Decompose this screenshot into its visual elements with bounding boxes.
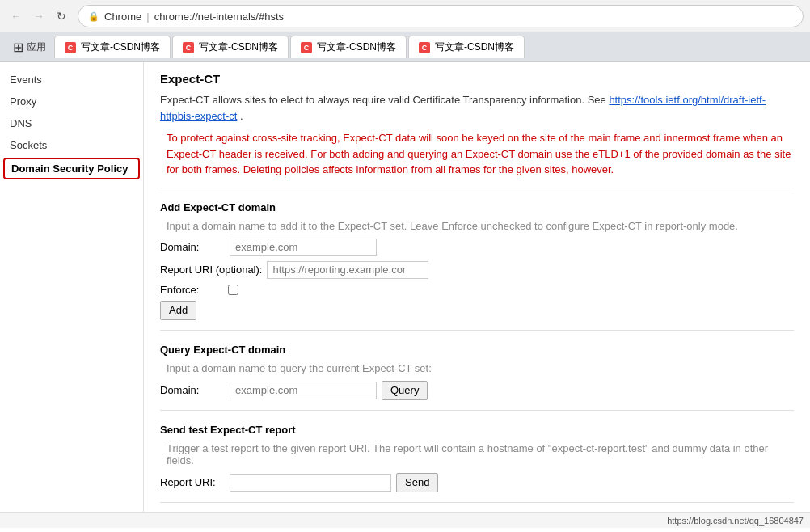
refresh-button[interactable]: ↻: [52, 6, 71, 26]
sidebar-item-events[interactable]: Events: [0, 69, 143, 91]
tab-4[interactable]: C 写文章-CSDN博客: [408, 36, 525, 58]
sidebar-item-dns[interactable]: DNS: [0, 112, 143, 134]
add-button[interactable]: Add: [160, 301, 196, 320]
send-button[interactable]: Send: [396, 473, 438, 492]
send-test-section: Send test Expect-CT report Trigger a tes…: [160, 424, 794, 492]
divider-3: [160, 410, 794, 411]
main-description: Expect-CT allows sites to elect to alway…: [160, 92, 794, 124]
tab-2-label: 写文章-CSDN博客: [199, 40, 278, 54]
browser-toolbar: ← → ↻ 🔒 Chrome | chrome://net-internals/…: [0, 0, 810, 32]
url-text: chrome://net-internals/#hsts: [154, 11, 284, 23]
tabs-bar: ⊞ 应用 C 写文章-CSDN博客 C 写文章-CSDN博客 C 写文章-CSD…: [0, 32, 810, 61]
tab-3-icon: C: [301, 42, 312, 53]
status-bar: https://blog.csdn.net/qq_16804847: [0, 512, 810, 528]
add-button-row: Add: [160, 301, 794, 320]
add-domain-row: Domain:: [160, 239, 794, 256]
apps-button[interactable]: ⊞ 应用: [6, 40, 53, 55]
divider-1: [160, 188, 794, 188]
add-report-uri-input[interactable]: [267, 261, 428, 279]
send-report-uri-label: Report URI:: [160, 476, 225, 488]
back-button[interactable]: ←: [6, 6, 26, 26]
main-section-title: Expect-CT: [160, 72, 794, 86]
add-domain-input[interactable]: [230, 239, 377, 256]
tab-1-icon: C: [65, 42, 76, 53]
tab-3[interactable]: C 写文章-CSDN博客: [290, 36, 407, 58]
sidebar-item-domain-security-policy[interactable]: Domain Security Policy: [3, 158, 140, 179]
add-domain-label: Domain:: [160, 241, 225, 253]
query-domain-row: Domain: Query: [160, 381, 794, 400]
send-section-title: Send test Expect-CT report: [160, 424, 794, 436]
tab-4-icon: C: [419, 42, 430, 53]
separator: |: [146, 11, 149, 23]
sidebar-item-sockets[interactable]: Sockets: [0, 134, 143, 156]
warning-text: To protect against cross-site tracking, …: [160, 130, 794, 178]
send-report-uri-row: Report URI: Send: [160, 473, 794, 492]
tab-1[interactable]: C 写文章-CSDN博客: [54, 36, 171, 58]
tab-2[interactable]: C 写文章-CSDN博客: [172, 36, 289, 58]
query-section-title: Query Expect-CT domain: [160, 344, 794, 356]
add-section-hint: Input a domain name to add it to the Exp…: [160, 220, 794, 232]
browser-chrome: ← → ↻ 🔒 Chrome | chrome://net-internals/…: [0, 0, 810, 62]
main-description-end: .: [240, 110, 243, 122]
chrome-app-label: Chrome: [104, 11, 141, 23]
query-expect-ct-section: Query Expect-CT domain Input a domain na…: [160, 344, 794, 400]
add-report-uri-row: Report URI (optional):: [160, 261, 794, 279]
add-expect-ct-section: Add Expect-CT domain Input a domain name…: [160, 201, 794, 320]
send-section-hint: Trigger a test report to the given repor…: [160, 442, 794, 467]
main-description-text: Expect-CT allows sites to elect to alway…: [160, 94, 609, 106]
main-layout: Events Proxy DNS Sockets Domain Security…: [0, 62, 810, 512]
apps-label: 应用: [27, 40, 46, 54]
enforce-row: Enforce:: [160, 284, 794, 296]
enforce-checkbox[interactable]: [228, 285, 238, 295]
apps-grid-icon: ⊞: [13, 40, 23, 55]
enforce-label: Enforce:: [160, 284, 225, 296]
query-button[interactable]: Query: [382, 381, 428, 400]
lock-icon: 🔒: [88, 11, 99, 22]
tab-1-label: 写文章-CSDN博客: [81, 40, 160, 54]
divider-4: [160, 502, 794, 503]
tab-3-label: 写文章-CSDN博客: [317, 40, 396, 54]
divider-2: [160, 330, 794, 331]
sidebar: Events Proxy DNS Sockets Domain Security…: [0, 62, 144, 512]
tab-2-icon: C: [183, 42, 194, 53]
content-area: Expect-CT Expect-CT allows sites to elec…: [144, 62, 810, 512]
add-report-uri-label: Report URI (optional):: [160, 264, 262, 276]
send-report-uri-input[interactable]: [230, 474, 391, 492]
tab-4-label: 写文章-CSDN博客: [435, 40, 514, 54]
sidebar-item-proxy[interactable]: Proxy: [0, 91, 143, 112]
query-domain-label: Domain:: [160, 384, 225, 396]
status-url: https://blog.csdn.net/qq_16804847: [667, 516, 804, 526]
forward-button[interactable]: →: [29, 6, 49, 26]
query-domain-input[interactable]: [230, 382, 377, 399]
address-bar[interactable]: 🔒 Chrome | chrome://net-internals/#hsts: [78, 5, 804, 27]
add-section-title: Add Expect-CT domain: [160, 201, 794, 213]
query-section-hint: Input a domain name to query the current…: [160, 362, 794, 374]
nav-buttons: ← → ↻: [6, 6, 71, 26]
